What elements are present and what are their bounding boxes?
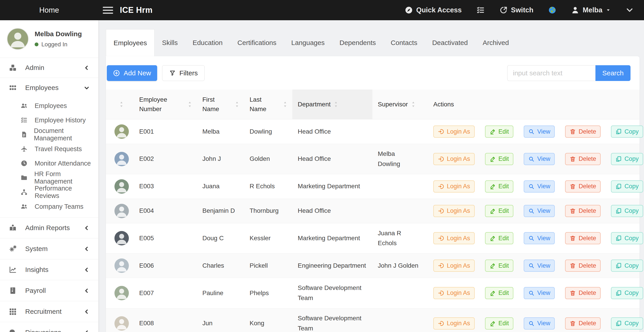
actions-cell: Login AsEditViewDeleteCopy xyxy=(428,254,640,277)
edit-button[interactable]: Edit xyxy=(485,126,514,138)
edit-button[interactable]: Edit xyxy=(485,260,514,272)
hamburger-menu-icon[interactable] xyxy=(103,7,113,14)
sidebar-item-discussions[interactable]: Discussions xyxy=(0,322,98,332)
tab-contacts[interactable]: Contacts xyxy=(384,29,425,56)
sidebar-subitem-document-management[interactable]: Document Management xyxy=(0,127,98,142)
home-link[interactable]: Home xyxy=(0,6,98,14)
edit-icon xyxy=(490,183,496,190)
edit-button[interactable]: Edit xyxy=(485,205,514,217)
sidebar-item-insights[interactable]: Insights xyxy=(0,259,98,280)
delete-button[interactable]: Delete xyxy=(565,232,600,244)
tab-skills[interactable]: Skills xyxy=(154,29,185,56)
login-button[interactable]: Login As xyxy=(433,287,475,299)
login-button[interactable]: Login As xyxy=(433,205,475,217)
sidebar-subitem-performance-reviews[interactable]: Performance Reviews xyxy=(0,185,98,199)
filters-button[interactable]: Filters xyxy=(162,65,205,81)
copy-button[interactable]: Copy xyxy=(611,287,643,299)
copy-button[interactable]: Copy xyxy=(611,260,643,272)
copy-button[interactable]: Copy xyxy=(611,232,643,244)
tab-employees[interactable]: Employees xyxy=(106,29,154,56)
quick-access-button[interactable]: Quick Access xyxy=(405,6,462,14)
view-button[interactable]: View xyxy=(524,260,555,272)
sidebar-item-employees[interactable]: Employees xyxy=(0,78,98,98)
chevron-left-icon xyxy=(84,330,90,332)
view-button[interactable]: View xyxy=(524,205,555,217)
avatar-cell xyxy=(106,199,134,223)
copy-button[interactable]: Copy xyxy=(611,205,643,217)
delete-button[interactable]: Delete xyxy=(565,260,600,272)
sidebar-item-admin[interactable]: Admin xyxy=(0,58,98,78)
department-cell: Marketing Department xyxy=(292,176,372,196)
search-button[interactable]: Search xyxy=(596,65,630,81)
supervisor-cell xyxy=(372,182,428,192)
edit-button[interactable]: Edit xyxy=(485,153,514,165)
login-icon xyxy=(438,128,444,135)
chevron-left-icon xyxy=(84,267,90,273)
add-new-button[interactable]: Add New xyxy=(107,65,157,81)
tab-dependents[interactable]: Dependents xyxy=(332,29,384,56)
login-button[interactable]: Login As xyxy=(433,126,475,138)
copy-button[interactable]: Copy xyxy=(611,318,643,330)
login-button[interactable]: Login As xyxy=(433,260,475,272)
edit-button[interactable]: Edit xyxy=(485,180,514,192)
view-button[interactable]: View xyxy=(524,287,555,299)
switch-button[interactable]: Switch xyxy=(500,6,533,14)
delete-button[interactable]: Delete xyxy=(565,126,600,138)
view-button[interactable]: View xyxy=(524,318,555,330)
sidebar-subitem-company-teams[interactable]: Company Teams xyxy=(0,199,98,214)
column-header-supervisor[interactable]: Supervisor xyxy=(372,90,428,119)
view-button[interactable]: View xyxy=(524,153,555,165)
copy-button[interactable]: Copy xyxy=(611,153,643,165)
search-input[interactable] xyxy=(507,65,596,81)
sidebar-item-recruitment[interactable]: Recruitment xyxy=(0,301,98,322)
sidebar-item-admin-reports[interactable]: Admin Reports xyxy=(0,217,98,238)
user-menu[interactable]: Melba xyxy=(571,6,611,14)
chevron-left-icon xyxy=(84,225,90,231)
column-header-avatar[interactable] xyxy=(106,90,134,119)
sidebar-subitem-employees[interactable]: Employees xyxy=(0,98,98,113)
view-button[interactable]: View xyxy=(524,126,555,138)
edit-button[interactable]: Edit xyxy=(485,287,514,299)
delete-button[interactable]: Delete xyxy=(565,153,600,165)
tab-languages[interactable]: Languages xyxy=(284,29,332,56)
sidebar-item-payroll[interactable]: Payroll xyxy=(0,280,98,301)
sidebar-item-system[interactable]: System xyxy=(0,238,98,259)
delete-button[interactable]: Delete xyxy=(565,180,600,192)
delete-button[interactable]: Delete xyxy=(565,205,600,217)
department-cell: Head Office xyxy=(292,149,372,169)
delete-button[interactable]: Delete xyxy=(565,318,600,330)
view-button[interactable]: View xyxy=(524,232,555,244)
sidebar-subitem-monitor-attendance[interactable]: Monitor Attendance xyxy=(0,156,98,170)
column-header-first-name[interactable]: First Name xyxy=(197,90,244,119)
login-button[interactable]: Login As xyxy=(433,180,475,192)
login-button[interactable]: Login As xyxy=(433,153,475,165)
column-header-department[interactable]: Department xyxy=(292,90,372,119)
column-header-last-name[interactable]: Last Name xyxy=(244,90,292,119)
login-button[interactable]: Login As xyxy=(433,232,475,244)
tab-deactivated[interactable]: Deactivated xyxy=(425,29,475,56)
copy-button[interactable]: Copy xyxy=(611,126,643,138)
view-button[interactable]: View xyxy=(524,180,555,192)
tab-education[interactable]: Education xyxy=(185,29,230,56)
sidebar-subitem-hr-form-management[interactable]: HR Form Management xyxy=(0,170,98,185)
edit-button[interactable]: Edit xyxy=(485,232,514,244)
view-button-label: View xyxy=(537,208,550,214)
sort-icon xyxy=(283,101,287,108)
sidebar-item-label: System xyxy=(25,245,48,252)
login-button[interactable]: Login As xyxy=(433,318,475,330)
sidebar-subitem-travel-requests[interactable]: Travel Requests xyxy=(0,142,98,156)
department-cell: Software Development Team xyxy=(292,278,372,308)
sidebar-subitem-label: Document Management xyxy=(34,127,98,142)
tab-archived[interactable]: Archived xyxy=(475,29,516,56)
navbar-collapse-chevron[interactable] xyxy=(626,6,634,14)
tasks-icon[interactable] xyxy=(476,6,484,14)
column-header-employee-number[interactable]: Employee Number xyxy=(134,90,197,119)
delete-button-label: Delete xyxy=(578,290,596,296)
delete-button[interactable]: Delete xyxy=(565,287,600,299)
tab-certifications[interactable]: Certifications xyxy=(230,29,284,56)
language-globe-icon[interactable] xyxy=(548,6,556,14)
edit-button[interactable]: Edit xyxy=(485,318,514,330)
last-name-cell: Dowling xyxy=(244,122,292,142)
copy-button[interactable]: Copy xyxy=(611,180,643,192)
sidebar-subitem-employee-history[interactable]: Employee History xyxy=(0,113,98,127)
